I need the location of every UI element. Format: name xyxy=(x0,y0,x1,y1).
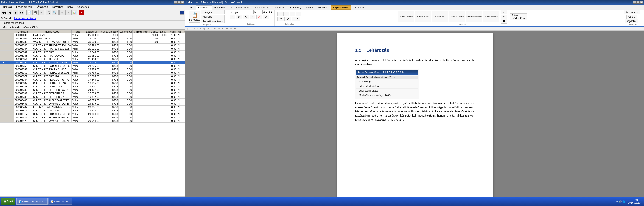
table-row[interactable]: 000003401CLUTCH KIT VW POLO- DERBValeo29… xyxy=(0,102,185,105)
tab-norapdf[interactable]: noraPDF xyxy=(315,5,330,10)
styles-change-btn[interactable]: Stílusmódosítása xyxy=(510,13,527,20)
styles-down-btn[interactable]: ▼ xyxy=(500,15,507,19)
close-btn[interactable]: ✕ xyxy=(181,1,184,4)
doc-menu-leltarozas-inditasa[interactable]: Leltározás indítása xyxy=(356,89,418,93)
table-row[interactable]: 000003396CLUTCH KIT CITROEN 2CV- AValeo2… xyxy=(0,88,185,92)
print-btn[interactable]: 🖨 xyxy=(46,10,52,15)
strikethrough-btn[interactable]: A xyxy=(250,15,256,19)
leltarozas-inditasa-link[interactable]: Leltározás indítása xyxy=(3,21,24,24)
maximize-btn[interactable]: □ xyxy=(178,1,180,4)
menu-funkciok[interactable]: Funkciók xyxy=(0,5,13,9)
email-btn[interactable]: ✉ xyxy=(66,10,71,15)
th-price[interactable]: Eladási ár xyxy=(83,30,100,33)
align-left-btn[interactable]: ≡ xyxy=(278,12,283,16)
tab-levelezs[interactable]: Levelezés xyxy=(271,5,288,10)
network-icon[interactable]: 🌐 xyxy=(622,200,625,203)
th-vantantfa[interactable]: Vántantfa tájék xyxy=(100,30,119,33)
data-table-container[interactable]: Cikkszám Megnevezés Törzs Eladási ár Ván… xyxy=(0,30,185,196)
font-selector[interactable] xyxy=(230,10,252,14)
align-right-btn[interactable]: ≡ xyxy=(290,12,295,16)
leltarozas-lezarasa-link[interactable]: Leltározás lezárása xyxy=(14,17,36,20)
tab-lap-elrendezese[interactable]: Lap elrendezése xyxy=(228,5,251,10)
th-vendor[interactable]: Törzs xyxy=(72,30,83,33)
doc-menu-max-kedvezmeny[interactable]: Maximális kedvezmény feltöltés xyxy=(356,93,418,98)
nav-first-btn[interactable]: ◀◀ xyxy=(1,10,6,15)
bullet-btn[interactable]: •≡ xyxy=(278,17,284,21)
table-row[interactable]: 000003398CLUTCH KIT CITROEN CX 2.2Valeo4… xyxy=(0,95,185,99)
word-maximize-btn[interactable]: □ xyxy=(636,1,640,4)
table-row[interactable]: 000000001RENAULT 5 / 12Valeo25 000,00870… xyxy=(0,37,185,40)
taskbar-item-spreadsheet[interactable]: 📊 Raktár / összes törzs... xyxy=(16,198,48,205)
table-row[interactable]: 000003414CLUTCH KIT FIAT 126Valeo17 728,… xyxy=(0,109,185,112)
table-row[interactable]: 000003402KIT EMB ROVER MINI- METROValeo2… xyxy=(0,105,185,109)
table-row[interactable]: 000003336***CLUTCH KIT ZASVA 11>83 FVale… xyxy=(0,40,185,44)
tab-formatum[interactable]: Formátum xyxy=(351,5,368,10)
delete-btn[interactable]: ✂ xyxy=(38,10,44,15)
style-3[interactable]: AaÁáBbCCím3 xyxy=(449,11,465,22)
font-size[interactable] xyxy=(254,10,262,14)
table-row[interactable]: 000003387CLUTCH KIT RENAULT 5 / 6Valeo18… xyxy=(0,82,185,85)
th-mikro[interactable]: Mikrofunkció xyxy=(133,30,148,33)
nav-last-btn[interactable]: ▶▶ xyxy=(19,10,24,15)
taskbar-item-word[interactable]: 📝 Leltározás V2... xyxy=(48,198,72,205)
tab-kezdolap[interactable]: Kezdőlap xyxy=(196,5,212,10)
excel-btn[interactable]: 📊 xyxy=(72,10,77,15)
nav-prev-btn[interactable]: ◀ xyxy=(7,10,12,15)
tab-hivatkozasok[interactable]: Hivatkozások xyxy=(251,5,271,10)
th-foglalt[interactable]: Foglalt xyxy=(168,30,177,33)
table-row[interactable]: 000003400CLUTCH KIT ALFA 75- ALFETTValeo… xyxy=(0,99,185,102)
table-row[interactable]: 000003397CLUTCH KIT CITROEN GSValeo27 03… xyxy=(0,92,185,95)
start-button[interactable]: ⊞ Start xyxy=(1,198,16,205)
table-row[interactable]: 000003384CLUTCH KIT PEUGEOT J7 - J9Valeo… xyxy=(0,78,185,82)
underline-btn[interactable]: A xyxy=(243,15,248,19)
menu-bmw[interactable]: BMW xyxy=(66,5,74,9)
table-row[interactable]: 000003388CLUTCH KIT RENAULT 5Valeo17 501… xyxy=(0,85,185,88)
word-minimize-btn[interactable]: _ xyxy=(633,1,636,4)
corner-btn[interactable] xyxy=(180,10,184,15)
th-leltarelotti[interactable]: Leltár előtti xyxy=(119,30,133,33)
indent-btn[interactable]: →≡ xyxy=(292,17,300,21)
find-btn[interactable]: Keresés → xyxy=(624,10,640,14)
volume-icon[interactable]: 🔊 xyxy=(619,200,622,203)
paste-btn[interactable]: 📋 Beillesztés xyxy=(189,11,200,23)
table-row[interactable]: 000003347CLUTCH KIT FIATValeo16 245,0087… xyxy=(0,51,185,54)
align-center-btn[interactable]: ≡ xyxy=(284,12,289,16)
max-kedvezmeny-link[interactable]: Maximális kedvezmény feltöltés xyxy=(3,26,38,29)
table-row[interactable]: 000003417CLUTCH KIT FORD FIESTA- ESValeo… xyxy=(0,112,185,116)
doc-menu-leltarozas-lezarasa[interactable]: Leltározás lezárása xyxy=(356,84,418,89)
style-1[interactable]: AaÁáBbCím1 xyxy=(415,11,431,22)
th-helyettesites[interactable]: Van helyettesítésje xyxy=(177,30,185,33)
color-btn[interactable]: A xyxy=(256,15,262,19)
bold-btn[interactable]: F xyxy=(230,15,235,19)
style-5[interactable]: AaBbKiemelés2 xyxy=(483,11,499,22)
th-name[interactable]: Megnevezés xyxy=(32,30,72,33)
font-shrink-btn[interactable]: A▼ xyxy=(268,11,273,13)
format-copy-btn[interactable]: Formátummásoló xyxy=(201,19,225,23)
new-btn[interactable]: 📄 xyxy=(26,10,32,15)
table-row[interactable]: 000003344CLUTCH KIT FIAT 124-131-132Vale… xyxy=(0,47,185,51)
font-grow-btn[interactable]: A▲ xyxy=(264,11,268,13)
tab-nezet[interactable]: Nézet xyxy=(304,5,316,10)
style-4[interactable]: AaBbBcKiemelés1 xyxy=(466,11,482,22)
table-row[interactable]: 000003377CLUTCH KIT FIAT 124Valeo22 565,… xyxy=(0,75,185,78)
search-btn[interactable]: 🔍 xyxy=(52,10,58,15)
highlight-btn[interactable]: A xyxy=(263,15,269,19)
doc-menu-szuresek[interactable]: Szűrések ▶ xyxy=(356,79,418,84)
align-justify-btn[interactable]: ≡ xyxy=(296,12,301,16)
tab-fajl[interactable]: Fájl xyxy=(186,5,196,10)
table-row[interactable]: 000003351CLUTCH KIT TALBOTValeo21 489,00… xyxy=(0,57,185,61)
table-row[interactable]: 000003358CLUTCH KIT FORD FIESTA- ESValeo… xyxy=(0,64,185,68)
th-id[interactable]: Cikkszám xyxy=(14,30,32,33)
replace-btn[interactable]: Csere xyxy=(626,15,637,19)
menu-altalanos[interactable]: Általános xyxy=(36,5,49,9)
tab-beszuras[interactable]: Beszúrás xyxy=(212,5,228,10)
save-btn[interactable]: 💾 xyxy=(32,10,38,15)
menu-csoportok[interactable]: Csoportok xyxy=(76,5,90,9)
word-body[interactable]: 1.5. Leltározás Amennyiben minden leltár… xyxy=(186,31,644,202)
select-btn[interactable]: Kijelölés xyxy=(625,19,638,23)
copy-btn[interactable]: Másolás xyxy=(201,15,225,19)
nav-next-btn[interactable]: ▶ xyxy=(13,10,18,15)
word-close-btn[interactable]: ✕ xyxy=(640,1,643,4)
th-leltar[interactable]: Leltár xyxy=(159,30,168,33)
table-row[interactable]: ▶000003354CLUTCH KIT TALBOT ALPINEValeo2… xyxy=(0,61,185,64)
